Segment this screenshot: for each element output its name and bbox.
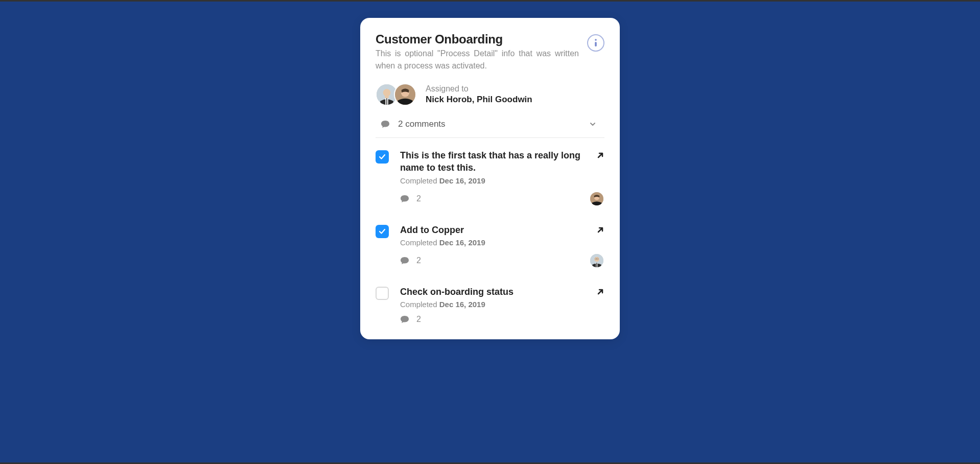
completed-date: Dec 16, 2019: [439, 238, 485, 247]
comment-icon: [381, 120, 390, 128]
task-body: Check on-boarding statusCompleted Dec 16…: [400, 286, 604, 324]
chevron-down-icon: [589, 121, 596, 128]
svg-point-0: [595, 39, 597, 41]
info-icon: [594, 39, 597, 47]
avatar-stack: [376, 83, 416, 106]
task-title-row: Add to Copper: [400, 224, 604, 236]
task-title-row: This is the first task that has a really…: [400, 149, 604, 174]
task-footer: 2: [400, 253, 604, 268]
completed-label: Completed: [400, 300, 439, 309]
card-description: This is optional "Process Detail" info t…: [376, 48, 579, 72]
task-list: This is the first task that has a really…: [376, 149, 604, 324]
process-card: Customer Onboarding This is optional "Pr…: [360, 18, 620, 339]
task-item: This is the first task that has a really…: [376, 149, 604, 224]
task-comments[interactable]: 2: [400, 194, 421, 203]
task-comment-count: 2: [416, 256, 421, 265]
comment-icon: [400, 195, 409, 203]
card-title: Customer Onboarding: [376, 32, 579, 47]
task-title: This is the first task that has a really…: [400, 149, 589, 174]
open-task-icon[interactable]: [596, 288, 604, 296]
comments-label: 2 comments: [398, 119, 446, 129]
comment-icon: [400, 315, 409, 323]
completed-date: Dec 16, 2019: [439, 176, 485, 185]
completed-label: Completed: [400, 238, 439, 247]
svg-rect-6: [386, 98, 387, 105]
comment-icon: [400, 257, 409, 265]
comments-left: 2 comments: [381, 119, 446, 129]
assignment-label: Assigned to: [426, 84, 532, 95]
task-checkbox[interactable]: [376, 150, 389, 164]
task-checkbox[interactable]: [376, 225, 389, 238]
open-task-icon[interactable]: [596, 226, 604, 234]
svg-point-3: [383, 89, 391, 97]
avatar: [394, 83, 416, 106]
svg-rect-4: [385, 96, 388, 98]
assignment-names: Nick Horob, Phil Goodwin: [426, 94, 532, 105]
task-checkbox[interactable]: [376, 287, 389, 300]
svg-rect-14: [596, 263, 597, 267]
task-comment-count: 2: [416, 315, 421, 324]
task-title: Add to Copper: [400, 224, 464, 236]
task-item: Check on-boarding statusCompleted Dec 16…: [376, 286, 604, 324]
completed-label: Completed: [400, 176, 439, 185]
header-text: Customer Onboarding This is optional "Pr…: [376, 32, 579, 72]
task-meta: Completed Dec 16, 2019: [400, 238, 604, 247]
info-button[interactable]: [587, 34, 604, 52]
svg-rect-1: [595, 42, 597, 47]
assignment-text: Assigned to Nick Horob, Phil Goodwin: [426, 84, 532, 106]
task-body: This is the first task that has a really…: [400, 149, 604, 206]
task-comments[interactable]: 2: [400, 256, 421, 265]
comments-toggle[interactable]: 2 comments: [376, 117, 604, 138]
task-avatar: [589, 191, 604, 206]
open-task-icon[interactable]: [596, 151, 604, 159]
card-header: Customer Onboarding This is optional "Pr…: [376, 32, 604, 72]
task-title-row: Check on-boarding status: [400, 286, 604, 298]
task-item: Add to CopperCompleted Dec 16, 20192: [376, 224, 604, 286]
task-comment-count: 2: [416, 194, 421, 203]
task-avatar: [589, 253, 604, 268]
task-meta: Completed Dec 16, 2019: [400, 300, 604, 309]
completed-date: Dec 16, 2019: [439, 300, 485, 309]
assignment-row: Assigned to Nick Horob, Phil Goodwin: [376, 83, 604, 106]
task-body: Add to CopperCompleted Dec 16, 20192: [400, 224, 604, 268]
task-title: Check on-boarding status: [400, 286, 514, 298]
task-footer: 2: [400, 191, 604, 206]
task-footer: 2: [400, 315, 604, 324]
task-comments[interactable]: 2: [400, 315, 421, 324]
task-meta: Completed Dec 16, 2019: [400, 176, 604, 185]
